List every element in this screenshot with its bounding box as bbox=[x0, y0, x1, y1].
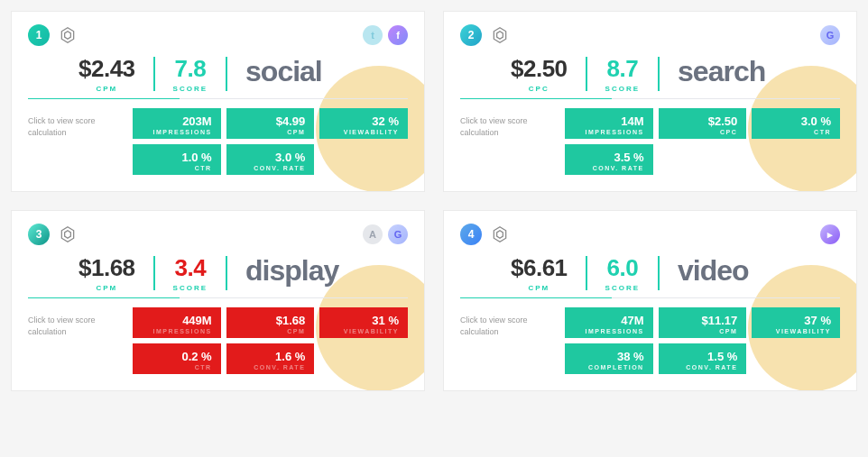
metric-cpc[interactable]: $2.50CPC bbox=[659, 108, 747, 139]
category-title: video bbox=[660, 254, 749, 288]
calculation-link[interactable]: Click to view score calculation bbox=[460, 108, 550, 175]
platform-icons: tf bbox=[363, 25, 408, 45]
cost-label: CPM bbox=[528, 284, 549, 292]
metric-value: $2.50 bbox=[668, 114, 738, 128]
cost-value: $2.43 bbox=[78, 55, 135, 83]
metric-label: IMPRESSIONS bbox=[574, 129, 644, 135]
metric-ctr[interactable]: 3.0 %CTR bbox=[752, 108, 840, 139]
metric-cpm[interactable]: $11.17CPM bbox=[659, 307, 747, 338]
metric-label: CPM bbox=[235, 328, 306, 334]
metric-value: $4.99 bbox=[235, 114, 306, 128]
platform-icons: G bbox=[820, 25, 840, 45]
cost-label: CPM bbox=[96, 85, 117, 93]
scorecard-video: 4▸$6.61CPM6.0SCOREvideoClick to view sco… bbox=[443, 210, 857, 391]
metric-cpm[interactable]: $4.99CPM bbox=[226, 108, 315, 139]
score-label: SCORE bbox=[173, 284, 208, 292]
metric-label: CONV. RATE bbox=[235, 364, 306, 370]
score-value: 8.7 bbox=[606, 55, 638, 83]
svg-marker-7 bbox=[497, 231, 503, 238]
score-value: 6.0 bbox=[606, 254, 638, 282]
cost-value: $6.61 bbox=[511, 254, 568, 282]
metric-value: 32 % bbox=[328, 114, 399, 128]
svg-marker-4 bbox=[61, 227, 73, 242]
twitter-icon: t bbox=[363, 25, 383, 45]
google-icon: G bbox=[820, 25, 840, 45]
adobe-icon: A bbox=[363, 224, 383, 244]
scorecard-display: 3AG$1.68CPM3.4SCOREdisplayClick to view … bbox=[11, 210, 425, 391]
metric-label: CPM bbox=[235, 129, 306, 135]
metric-impressions[interactable]: 14MIMPRESSIONS bbox=[565, 108, 653, 139]
metric-label: CPC bbox=[668, 129, 738, 135]
metric-value: 37 % bbox=[761, 314, 831, 327]
metric-value: $11.17 bbox=[668, 314, 738, 327]
cost-stat: $2.50CPC bbox=[493, 55, 586, 93]
platform-icons: AG bbox=[363, 224, 408, 244]
score-stat: 3.4SCORE bbox=[155, 254, 226, 292]
metric-value: 1.6 % bbox=[235, 350, 306, 363]
divider-line bbox=[28, 98, 408, 99]
metric-ctr[interactable]: 0.2 %CTR bbox=[133, 343, 221, 374]
card-number-badge: 4 bbox=[460, 224, 482, 245]
scorecard-social: 1tf$2.43CPM7.8SCOREsocialClick to view s… bbox=[11, 11, 425, 192]
metric-label: CTR bbox=[142, 364, 212, 370]
metric-impressions[interactable]: 47MIMPRESSIONS bbox=[565, 307, 653, 338]
metric-value: 449M bbox=[142, 314, 212, 327]
divider-line bbox=[28, 297, 408, 298]
metric-value: 3.0 % bbox=[761, 114, 831, 128]
metric-conv-rate[interactable]: 3.0 %CONV. RATE bbox=[226, 144, 315, 175]
category-title: display bbox=[227, 254, 338, 288]
score-stat: 8.7SCORE bbox=[587, 55, 658, 93]
score-value: 3.4 bbox=[174, 254, 206, 282]
metrics-grid: 203MIMPRESSIONS$4.99CPM32 %VIEWABILITY1.… bbox=[133, 108, 408, 175]
category-title: social bbox=[227, 55, 322, 88]
metric-conv-rate[interactable]: 3.5 %CONV. RATE bbox=[565, 144, 653, 175]
calculation-link[interactable]: Click to view score calculation bbox=[28, 307, 118, 374]
metric-viewability[interactable]: 32 %VIEWABILITY bbox=[319, 108, 408, 139]
metric-conv-rate[interactable]: 1.6 %CONV. RATE bbox=[226, 343, 315, 374]
cost-value: $1.68 bbox=[78, 254, 135, 282]
metric-label: CTR bbox=[761, 129, 831, 135]
metric-value: 3.0 % bbox=[235, 151, 306, 164]
metric-ctr[interactable]: 1.0 %CTR bbox=[133, 144, 221, 175]
metric-impressions[interactable]: 449MIMPRESSIONS bbox=[133, 307, 221, 338]
score-value: 7.8 bbox=[174, 55, 206, 83]
calculation-link[interactable]: Click to view score calculation bbox=[460, 307, 550, 374]
scorecard-search: 2G$2.50CPC8.7SCOREsearchClick to view sc… bbox=[443, 11, 857, 192]
svg-marker-6 bbox=[494, 227, 505, 242]
cost-label: CPM bbox=[96, 284, 117, 292]
metric-label: IMPRESSIONS bbox=[142, 129, 212, 135]
metrics-grid: 449MIMPRESSIONS$1.68CPM31 %VIEWABILITY0.… bbox=[133, 307, 408, 374]
metric-label: COMPLETION bbox=[574, 364, 644, 370]
metric-label: VIEWABILITY bbox=[328, 129, 399, 135]
metric-impressions[interactable]: 203MIMPRESSIONS bbox=[133, 108, 221, 139]
metric-conv-rate[interactable]: 1.5 %CONV. RATE bbox=[659, 343, 747, 374]
metric-label: CTR bbox=[142, 165, 212, 171]
category-title: search bbox=[660, 55, 765, 88]
divider-line bbox=[460, 98, 840, 99]
score-stat: 7.8SCORE bbox=[155, 55, 226, 93]
metric-value: 47M bbox=[574, 314, 644, 327]
metric-label: CPM bbox=[668, 328, 738, 334]
brand-logo-icon bbox=[59, 225, 77, 243]
calculation-link[interactable]: Click to view score calculation bbox=[28, 108, 118, 175]
metric-cpm[interactable]: $1.68CPM bbox=[226, 307, 315, 338]
metric-viewability[interactable]: 37 %VIEWABILITY bbox=[752, 307, 840, 338]
platform-icons: ▸ bbox=[820, 224, 840, 244]
metrics-grid: 14MIMPRESSIONS$2.50CPC3.0 %CTR3.5 %CONV.… bbox=[565, 108, 840, 175]
metric-value: 3.5 % bbox=[574, 151, 644, 164]
metric-label: VIEWABILITY bbox=[328, 328, 399, 334]
metric-value: 31 % bbox=[328, 314, 399, 327]
cost-value: $2.50 bbox=[511, 55, 568, 83]
metric-label: CONV. RATE bbox=[574, 165, 644, 171]
metric-label: CONV. RATE bbox=[235, 165, 306, 171]
metric-completion[interactable]: 38 %COMPLETION bbox=[565, 343, 653, 374]
metric-label: CONV. RATE bbox=[668, 364, 738, 370]
metric-viewability[interactable]: 31 %VIEWABILITY bbox=[319, 307, 408, 338]
cost-stat: $2.43CPM bbox=[60, 55, 153, 93]
score-label: SCORE bbox=[605, 85, 640, 93]
card-number-badge: 2 bbox=[460, 24, 482, 46]
score-label: SCORE bbox=[173, 85, 208, 93]
svg-marker-2 bbox=[494, 28, 505, 43]
divider-line bbox=[460, 297, 840, 298]
metric-value: $1.68 bbox=[235, 314, 306, 327]
